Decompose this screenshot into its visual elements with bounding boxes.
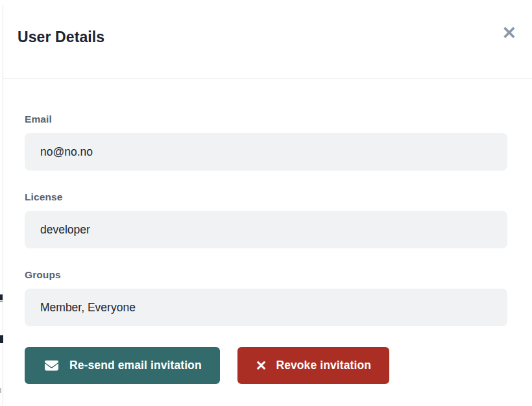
groups-value: Member, Everyone — [40, 301, 136, 315]
groups-label: Groups — [25, 269, 507, 281]
resend-invitation-label: Re-send email invitation — [69, 359, 202, 372]
modal-header: User Details ✕ — [3, 0, 532, 78]
background-page-artifact — [0, 301, 3, 302]
background-page-artifact — [0, 388, 1, 393]
license-value: developer — [40, 223, 90, 237]
field-license: License developer — [25, 191, 507, 248]
resend-invitation-button[interactable]: Re-send email invitation — [25, 347, 220, 384]
action-buttons: Re-send email invitation ✕ Revoke invita… — [25, 347, 507, 384]
field-email: Email no@no.no — [25, 113, 507, 171]
modal-body: Email no@no.no License developer Groups … — [3, 78, 532, 384]
license-input[interactable]: developer — [25, 211, 507, 248]
revoke-invitation-button[interactable]: ✕ Revoke invitation — [237, 347, 389, 384]
user-details-modal: User Details ✕ Email no@no.no License de… — [3, 0, 532, 406]
close-icon[interactable]: ✕ — [502, 25, 516, 42]
modal-title: User Details — [18, 29, 104, 46]
field-groups: Groups Member, Everyone — [25, 269, 507, 326]
envelope-icon — [43, 359, 60, 372]
email-input[interactable]: no@no.no — [25, 133, 507, 171]
email-label: Email — [25, 113, 507, 125]
x-icon: ✕ — [256, 359, 267, 372]
revoke-invitation-label: Revoke invitation — [276, 359, 371, 372]
license-label: License — [25, 191, 507, 203]
groups-input[interactable]: Member, Everyone — [25, 289, 507, 326]
email-value: no@no.no — [40, 145, 93, 159]
background-page-artifact — [0, 294, 3, 300]
